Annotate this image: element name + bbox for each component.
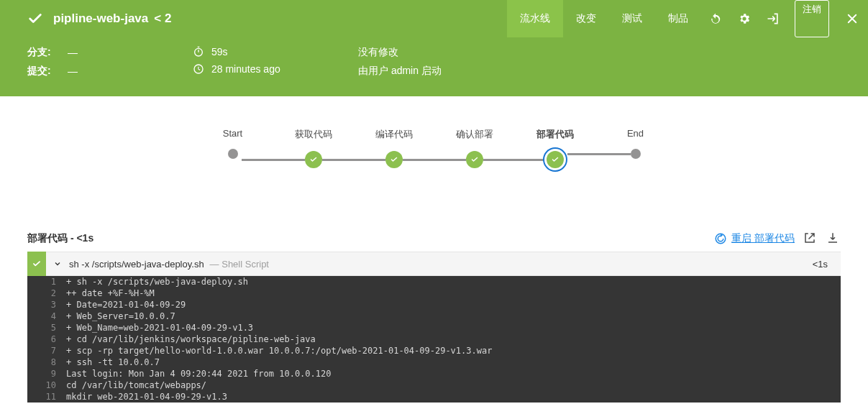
pipeline-connector bbox=[483, 159, 547, 161]
stage-node[interactable]: Start bbox=[193, 128, 273, 159]
tab-changes[interactable]: 改变 bbox=[563, 0, 609, 37]
stage-label: 确认部署 bbox=[456, 128, 493, 141]
tab-artifacts[interactable]: 制品 bbox=[655, 0, 701, 37]
pipeline-graph: Start获取代码编译代码确认部署部署代码End bbox=[0, 96, 868, 231]
console-line: 10cd /var/lib/tomcat/webapps/ bbox=[27, 380, 841, 391]
pipeline-connector bbox=[242, 159, 305, 161]
commit-value: — bbox=[68, 65, 78, 77]
pipeline-title: pipline-web-java bbox=[53, 12, 148, 26]
tab-tests[interactable]: 测试 bbox=[609, 0, 655, 37]
step-description: — Shell Script bbox=[210, 259, 269, 270]
chevron-down-icon[interactable] bbox=[53, 259, 62, 268]
section-title: 部署代码 - <1s bbox=[27, 232, 714, 245]
settings-icon[interactable] bbox=[730, 0, 759, 37]
pipeline-connector bbox=[322, 159, 385, 161]
console-line: 3+ Date=2021-01-04-09-29 bbox=[27, 299, 841, 310]
cause-text: 由用户 admin 启动 bbox=[358, 65, 442, 78]
stage-node[interactable]: 编译代码 bbox=[354, 128, 434, 168]
step-status-icon bbox=[27, 252, 46, 276]
console-line: 5+ Web_Name=web-2021-01-04-09-29-v1.3 bbox=[27, 322, 841, 334]
console-line: 1+ sh -x /scripts/web-java-deploy.sh bbox=[27, 276, 841, 288]
exit-icon[interactable] bbox=[759, 0, 787, 37]
stage-node[interactable]: 获取代码 bbox=[273, 128, 354, 168]
stage-label: 编译代码 bbox=[375, 128, 413, 141]
run-number: < 2 bbox=[154, 12, 171, 26]
step-duration: <1s bbox=[813, 259, 828, 270]
console-line: 6+ cd /var/lib/jenkins/workspace/pipline… bbox=[27, 334, 841, 345]
commit-label: 提交: bbox=[27, 65, 68, 78]
stopwatch-icon bbox=[193, 46, 204, 58]
step-command: sh -x /scripts/web-java-deploy.sh bbox=[69, 259, 204, 270]
stage-node[interactable]: 确认部署 bbox=[434, 128, 515, 168]
stage-node[interactable]: End bbox=[595, 128, 676, 159]
check-circle-icon[interactable] bbox=[466, 151, 483, 168]
open-external-icon[interactable] bbox=[803, 231, 818, 246]
branch-label: 分支: bbox=[27, 46, 68, 59]
relative-time: 28 minutes ago bbox=[211, 63, 280, 75]
console-line: 11mkdir web-2021-01-04-09-29-v1.3 bbox=[27, 391, 841, 402]
clock-icon bbox=[193, 63, 204, 75]
stage-label: 获取代码 bbox=[295, 128, 332, 141]
header-tabs: 流水线 改变 测试 制品 注销 bbox=[507, 0, 868, 37]
close-icon[interactable] bbox=[836, 0, 868, 37]
logout-button[interactable]: 注销 bbox=[795, 0, 829, 37]
console-line: 2++ date +%F-%H-%M bbox=[27, 288, 841, 299]
step-header[interactable]: sh -x /scripts/web-java-deploy.sh — Shel… bbox=[27, 252, 841, 276]
stage-label: 部署代码 bbox=[536, 128, 574, 141]
check-circle-icon[interactable] bbox=[305, 151, 322, 168]
pipeline-connector bbox=[403, 159, 466, 161]
branch-value: — bbox=[68, 47, 78, 58]
console-line: 9Last login: Mon Jan 4 09:20:44 2021 fro… bbox=[27, 368, 841, 380]
changes-text: 没有修改 bbox=[358, 46, 398, 59]
dot-icon[interactable] bbox=[228, 149, 238, 159]
stage-label: Start bbox=[223, 128, 242, 139]
status-check-icon bbox=[27, 11, 43, 27]
console-line: 4+ Web_Server=10.0.0.7 bbox=[27, 310, 841, 322]
console-line: 7+ scp -rp target/hello-world-1.0.0.war … bbox=[27, 345, 841, 356]
stage-label: End bbox=[627, 128, 644, 139]
restart-stage-link[interactable]: 重启 部署代码 bbox=[714, 232, 795, 245]
check-circle-icon[interactable] bbox=[547, 151, 564, 168]
check-circle-icon[interactable] bbox=[385, 151, 403, 168]
console-line: 8+ ssh -tt 10.0.0.7 bbox=[27, 356, 841, 368]
svg-point-0 bbox=[195, 48, 203, 56]
pipeline-connector bbox=[567, 153, 631, 155]
console-output: 1+ sh -x /scripts/web-java-deploy.sh2++ … bbox=[27, 276, 841, 402]
dot-icon[interactable] bbox=[631, 149, 641, 159]
duration-value: 59s bbox=[211, 46, 228, 58]
tab-pipeline[interactable]: 流水线 bbox=[507, 0, 563, 37]
rerun-icon[interactable] bbox=[701, 0, 730, 37]
stage-node[interactable]: 部署代码 bbox=[515, 128, 595, 168]
download-icon[interactable] bbox=[826, 231, 841, 246]
